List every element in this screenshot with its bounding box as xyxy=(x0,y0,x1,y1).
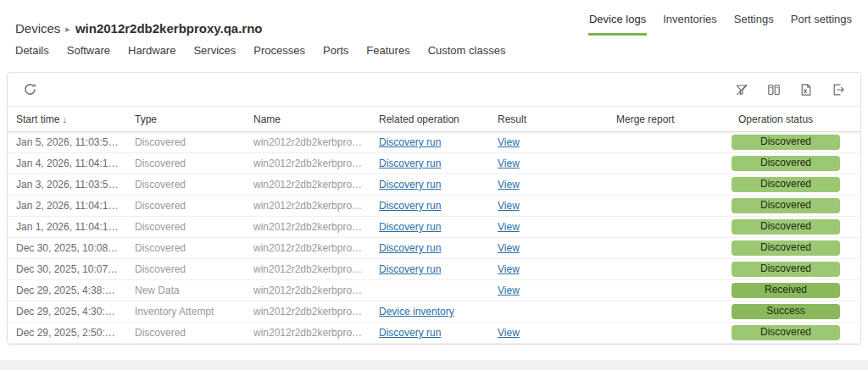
tab-port-settings[interactable]: Port settings xyxy=(790,8,853,36)
export-icon xyxy=(832,83,845,97)
cell-result: View xyxy=(489,200,608,212)
cell-type: Discovered xyxy=(126,263,245,275)
cell-type: Discovered xyxy=(126,327,245,339)
cell-start-time: Jan 5, 2026, 11:03:50 AM xyxy=(8,136,126,148)
table-row: Dec 30, 2025, 10:08:11 AMDiscoveredwin20… xyxy=(8,238,860,259)
subtab-custom-classes[interactable]: Custom classes xyxy=(428,44,506,57)
column-header-name[interactable]: Name xyxy=(245,113,370,125)
export-excel-icon xyxy=(799,83,813,97)
cell-type: Discovered xyxy=(126,200,245,212)
clear-filter-button[interactable] xyxy=(730,79,754,101)
table-row: Jan 2, 2026, 11:04:12 AMDiscoveredwin201… xyxy=(8,196,860,217)
result-view-link[interactable]: View xyxy=(498,242,520,254)
page-header: Devices▸win2012r2db2kerbproxy.qa.rno Dev… xyxy=(0,0,868,36)
column-header-type[interactable]: Type xyxy=(126,113,245,125)
export-excel-button[interactable] xyxy=(794,79,818,101)
cell-name: win2012r2db2kerbproxy.qa.r... xyxy=(245,221,370,233)
column-header-merge-report[interactable]: Merge report xyxy=(608,113,730,125)
cell-name: win2012r2db2kerbproxy.qa.r... xyxy=(245,306,370,318)
cell-related-operation: Discovery run xyxy=(370,327,489,339)
related-operation-link[interactable]: Discovery run xyxy=(379,221,441,233)
subtab-processes[interactable]: Processes xyxy=(253,44,305,57)
cell-related-operation: Discovery run xyxy=(370,200,489,212)
cell-result: View xyxy=(489,179,608,191)
cell-related-operation: Discovery run xyxy=(370,221,489,233)
result-view-link[interactable]: View xyxy=(498,200,520,212)
subtab-ports[interactable]: Ports xyxy=(323,44,348,57)
status-badge: Received xyxy=(732,283,840,298)
subtab-details[interactable]: Details xyxy=(15,44,49,57)
result-view-link[interactable]: View xyxy=(498,136,520,148)
related-operation-link[interactable]: Discovery run xyxy=(379,263,441,275)
column-header-operation-status[interactable]: Operation status xyxy=(730,113,860,125)
column-header-related-operation[interactable]: Related operation xyxy=(370,113,489,125)
table-row: Dec 30, 2025, 10:07:08 AMDiscoveredwin20… xyxy=(8,259,860,280)
result-view-link[interactable]: View xyxy=(498,221,520,233)
related-operation-link[interactable]: Device inventory xyxy=(379,306,454,318)
cell-type: Discovered xyxy=(126,179,245,191)
cell-name: win2012r2db2kerbproxy.qa.r... xyxy=(245,284,370,296)
device-logs-card: Start time ↓TypeNameRelated operationRes… xyxy=(7,72,861,345)
tab-device-logs[interactable]: Device logs xyxy=(588,8,647,36)
subtab-software[interactable]: Software xyxy=(67,44,110,57)
cell-result: View xyxy=(489,136,608,148)
cell-operation-status: Success xyxy=(730,304,860,319)
result-view-link[interactable]: View xyxy=(498,284,520,296)
cell-related-operation: Discovery run xyxy=(370,242,489,254)
related-operation-link[interactable]: Discovery run xyxy=(379,242,441,254)
cell-operation-status: Discovered xyxy=(730,198,860,213)
status-badge: Discovered xyxy=(732,325,840,340)
sort-indicator: ↓ xyxy=(59,114,67,124)
result-view-link[interactable]: View xyxy=(498,157,520,169)
status-badge: Discovered xyxy=(732,135,840,150)
subtab-hardware[interactable]: Hardware xyxy=(128,44,175,57)
status-badge: Discovered xyxy=(732,240,840,256)
cell-name: win2012r2db2kerbproxy.qa.r... xyxy=(245,242,370,254)
cell-result: View xyxy=(489,327,608,339)
column-header-result[interactable]: Result xyxy=(489,113,608,125)
cell-related-operation: Discovery run xyxy=(370,136,489,148)
column-chooser-icon xyxy=(767,83,781,97)
status-badge: Discovered xyxy=(732,198,840,213)
tab-inventories[interactable]: Inventories xyxy=(662,8,718,36)
table-row: Dec 29, 2025, 4:38:03 PMNew Datawin2012r… xyxy=(8,280,860,301)
table-row: Dec 29, 2025, 4:30:24 PMInventory Attemp… xyxy=(8,301,860,323)
main-tabs: Device logsInventoriesSettingsPort setti… xyxy=(588,8,853,36)
related-operation-link[interactable]: Discovery run xyxy=(379,136,441,148)
clear-filter-icon xyxy=(735,83,748,97)
column-header-start-time[interactable]: Start time ↓ xyxy=(8,113,126,125)
result-view-link[interactable]: View xyxy=(498,179,520,191)
cell-start-time: Jan 2, 2026, 11:04:12 AM xyxy=(8,200,126,212)
result-view-link[interactable]: View xyxy=(498,327,520,339)
cell-name: win2012r2db2kerbproxy.qa.r... xyxy=(245,263,370,275)
subtab-features[interactable]: Features xyxy=(366,44,409,57)
column-chooser-button[interactable] xyxy=(762,79,786,101)
table-row: Jan 1, 2026, 11:04:15 AMDiscoveredwin201… xyxy=(8,217,860,238)
breadcrumb-devices-link[interactable]: Devices xyxy=(15,21,60,36)
refresh-icon xyxy=(23,82,37,97)
refresh-button[interactable] xyxy=(18,79,42,101)
cell-name: win2012r2db2kerbproxy.qa.r... xyxy=(245,157,370,169)
related-operation-link[interactable]: Discovery run xyxy=(379,157,441,169)
cell-operation-status: Discovered xyxy=(730,325,860,340)
cell-start-time: Jan 3, 2026, 11:03:58 AM xyxy=(8,179,126,191)
cell-type: New Data xyxy=(126,284,245,296)
cell-start-time: Jan 4, 2026, 11:04:10 AM xyxy=(8,157,126,169)
cell-name: win2012r2db2kerbproxy.qa.r... xyxy=(245,327,370,339)
table-body: Jan 5, 2026, 11:03:50 AMDiscoveredwin201… xyxy=(8,132,860,344)
cell-result: View xyxy=(489,284,608,296)
cell-start-time: Dec 29, 2025, 4:30:24 PM xyxy=(8,306,126,318)
result-view-link[interactable]: View xyxy=(498,263,520,275)
related-operation-link[interactable]: Discovery run xyxy=(379,179,441,191)
cell-operation-status: Discovered xyxy=(730,219,860,235)
subtab-services[interactable]: Services xyxy=(193,44,236,57)
cell-result: View xyxy=(489,242,608,254)
related-operation-link[interactable]: Discovery run xyxy=(379,327,441,339)
page-bottom-strip xyxy=(0,360,868,370)
export-button[interactable] xyxy=(826,79,850,101)
status-badge: Discovered xyxy=(732,156,840,171)
cell-type: Discovered xyxy=(126,136,245,148)
table-row: Jan 5, 2026, 11:03:50 AMDiscoveredwin201… xyxy=(8,132,860,153)
tab-settings[interactable]: Settings xyxy=(733,8,775,36)
related-operation-link[interactable]: Discovery run xyxy=(379,200,441,212)
